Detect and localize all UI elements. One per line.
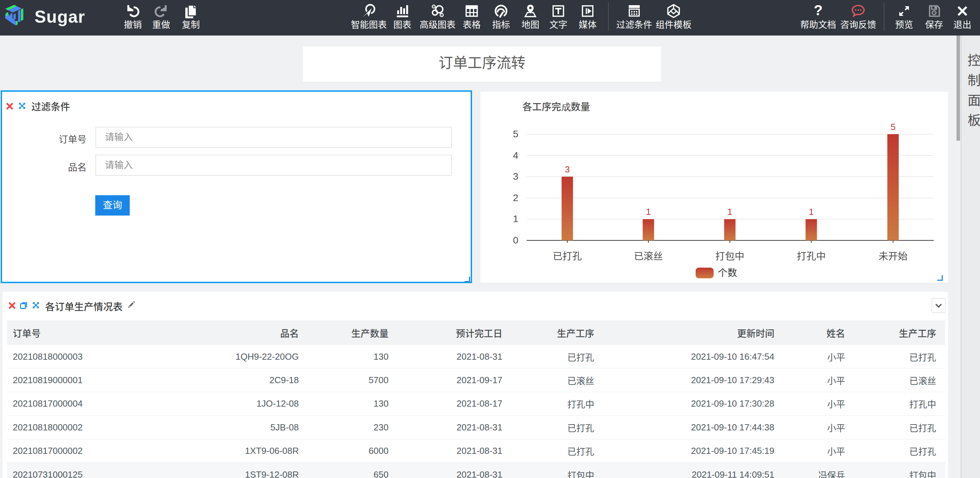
svg-text:2: 2	[513, 192, 518, 203]
svg-text:4: 4	[513, 150, 518, 161]
svg-text:5: 5	[891, 122, 896, 132]
svg-text:已打孔: 已打孔	[553, 251, 582, 262]
svg-text:打包中: 打包中	[715, 251, 744, 262]
svg-text:5: 5	[513, 129, 518, 139]
svg-text:3: 3	[565, 164, 570, 175]
svg-text:打孔中: 打孔中	[797, 251, 826, 262]
svg-text:0: 0	[513, 235, 518, 246]
svg-text:未开始: 未开始	[878, 251, 908, 262]
svg-text:1: 1	[809, 206, 814, 217]
svg-text:1: 1	[646, 206, 651, 217]
svg-text:1: 1	[513, 213, 518, 224]
svg-text:已滚丝: 已滚丝	[634, 251, 663, 262]
svg-text:3: 3	[513, 171, 518, 182]
svg-text:?: ?	[814, 3, 822, 18]
svg-text:1: 1	[727, 206, 732, 217]
svg-text:个数: 个数	[718, 268, 737, 278]
